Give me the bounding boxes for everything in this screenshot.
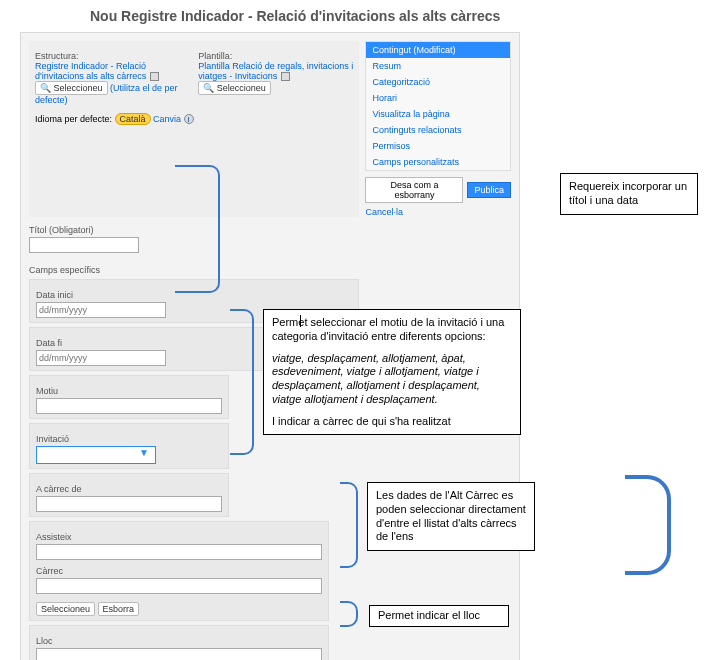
delete-person-button[interactable]: Esborra	[98, 602, 140, 616]
language-label: Idioma per defecte:	[35, 114, 112, 124]
brace-3	[340, 482, 358, 568]
edit-icon[interactable]	[281, 72, 290, 81]
annotation-motiu-p2: viatge, desplaçament, allotjament, àpat,…	[272, 352, 512, 407]
language-badge: Català	[115, 113, 151, 125]
annotation-alt-carrec: Les dades de l'Alt Càrrec es poden selec…	[367, 482, 535, 551]
template-select-button[interactable]: 🔍 Seleccioneu	[198, 81, 271, 95]
lloc-input[interactable]	[36, 648, 322, 660]
structure-select-button[interactable]: 🔍 Seleccioneu	[35, 81, 108, 95]
a-carrec-label: A càrrec de	[36, 484, 222, 494]
invitacio-group: Invitació ▼	[29, 423, 229, 469]
title-input[interactable]	[29, 237, 139, 253]
a-carrec-group: A càrrec de	[29, 473, 229, 517]
nav-item-categorization[interactable]: Categorització	[366, 74, 510, 90]
structure-label: Estructura:	[35, 51, 190, 61]
brace-large	[625, 475, 671, 575]
structure-link[interactable]: Registre Indicador - Relació d'invitacio…	[35, 61, 146, 81]
template-label: Plantilla:	[198, 51, 353, 61]
brace-2	[230, 309, 254, 455]
carrec-label: Càrrec	[36, 566, 322, 576]
nav-item-related[interactable]: Continguts relacionats	[366, 122, 510, 138]
search-icon: 🔍	[203, 83, 214, 93]
carrec-input[interactable]	[36, 578, 322, 594]
annotation-lloc: Permet indicar el lloc	[369, 605, 509, 627]
lloc-label: Lloc	[36, 636, 322, 646]
nav-item-summary[interactable]: Resum	[366, 58, 510, 74]
text-cursor	[300, 315, 301, 327]
annotation-motiu-p3: I indicar a càrrec de qui s'ha realitzat	[272, 415, 512, 429]
assisteix-input[interactable]	[36, 544, 322, 560]
a-carrec-input[interactable]	[36, 496, 222, 512]
data-fi-input[interactable]	[36, 350, 166, 366]
nav-item-schedule[interactable]: Horari	[366, 90, 510, 106]
edit-icon[interactable]	[150, 72, 159, 81]
brace-4	[340, 601, 358, 627]
annotation-motiu-p1: Permet seleccionar el motiu de la invita…	[272, 316, 512, 344]
cancel-link[interactable]: Cancel·la	[365, 207, 511, 217]
select-person-button[interactable]: Seleccioneu	[36, 602, 95, 616]
invitacio-label: Invitació	[36, 434, 222, 444]
annotation-title-date: Requereix incorporar un títol i una data	[560, 173, 698, 215]
nav-item-preview[interactable]: Visualitza la pàgina	[366, 106, 510, 122]
motiu-label: Motiu	[36, 386, 222, 396]
nav-item-content[interactable]: Contingut (Modificat)	[366, 42, 510, 58]
annotation-motiu: Permet seleccionar el motiu de la invita…	[263, 309, 521, 435]
data-inici-input[interactable]	[36, 302, 166, 318]
invitacio-select[interactable]: ▼	[36, 446, 156, 464]
brace-1	[175, 165, 220, 293]
nav-item-custom-fields[interactable]: Camps personalitzats	[366, 154, 510, 170]
page-title: Nou Registre Indicador - Relació d'invit…	[0, 0, 715, 32]
info-icon[interactable]: i	[184, 114, 194, 124]
motiu-group: Motiu	[29, 375, 229, 419]
lloc-group: Lloc	[29, 625, 329, 660]
assisteix-group: Assisteix Càrrec Seleccioneu Esborra	[29, 521, 329, 621]
change-language-link[interactable]: Canvia	[153, 114, 181, 124]
motiu-input[interactable]	[36, 398, 222, 414]
publish-button[interactable]: Publica	[467, 182, 511, 198]
template-link[interactable]: Plantilla Relació de regals, invitacions…	[198, 61, 353, 81]
save-draft-button[interactable]: Desa com a esborrany	[365, 177, 463, 203]
nav-item-permissions[interactable]: Permisos	[366, 138, 510, 154]
search-icon: 🔍	[40, 83, 51, 93]
assisteix-label: Assisteix	[36, 532, 322, 542]
side-nav: Contingut (Modificat) Resum Categoritzac…	[365, 41, 511, 217]
